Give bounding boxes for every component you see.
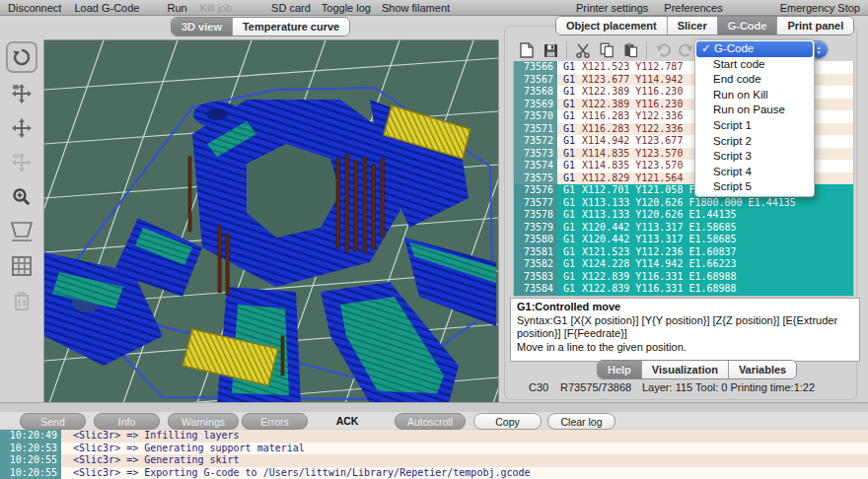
new-file-icon[interactable] — [515, 40, 539, 60]
move-viewpoint-icon[interactable] — [8, 80, 36, 107]
gcode-line-number: 73576 — [514, 184, 557, 197]
help-tabs: HelpVisualizationVariables — [597, 360, 797, 379]
menu-option-run-on-kill[interactable]: Run on Kill — [695, 88, 814, 103]
menu-item-printer-settings[interactable]: Printer settings — [576, 2, 648, 14]
gcode-line[interactable]: 73583G1X122.839 Y116.331 E1.68988 — [514, 271, 853, 284]
gcode-command: G1 — [563, 110, 575, 121]
3d-scene — [44, 40, 498, 403]
gcode-line-text: G1X124.228 Y114.942 E1.66223 — [557, 258, 737, 271]
paste-icon[interactable] — [618, 40, 642, 60]
menu-option-g-code[interactable]: ✓G-Code — [696, 41, 813, 57]
info-button[interactable]: Info — [94, 413, 160, 430]
help-title: G1:Controlled move — [517, 301, 853, 314]
gcode-line-number: 73567 — [514, 74, 557, 87]
gcode-line[interactable]: 73584G1X122.839 Y116.331 E1.68988 — [514, 283, 853, 296]
gcode-command: G1 — [563, 123, 575, 134]
tab-visualization[interactable]: Visualization — [642, 361, 729, 378]
gcode-line-number: 73577 — [514, 197, 557, 210]
cut-icon[interactable] — [571, 40, 595, 60]
gcode-line-number: 73580 — [514, 234, 557, 246]
tab-object-placement[interactable]: Object placement — [556, 17, 668, 34]
checkmark-icon: ✓ — [701, 41, 711, 57]
gcode-arguments: X113.133 Y120.626 E1.44135 — [582, 209, 737, 220]
clear-log-button[interactable]: Clear log — [547, 413, 615, 430]
menu-item-sd-card[interactable]: SD card — [271, 2, 311, 14]
gcode-line[interactable]: 73581G1X121.523 Y112.236 E1.60837 — [514, 246, 853, 259]
log-timestamp: 10:20:53 — [0, 443, 61, 455]
menu-item-kill-job[interactable]: Kill job — [200, 2, 232, 14]
gcode-line[interactable]: 73582G1X124.228 Y114.942 E1.66223 — [514, 258, 853, 271]
menu-option-end-code[interactable]: End code — [695, 72, 814, 88]
send-button[interactable]: Send — [20, 413, 86, 430]
menu-option-script-3[interactable]: Script 3 — [695, 149, 814, 165]
gcode-line-number: 73568 — [514, 86, 557, 99]
menubar-right: Printer settingsPreferencesEmergency Sto… — [576, 2, 868, 14]
copy-icon[interactable] — [595, 40, 618, 60]
menu-item-disconnect[interactable]: Disconnect — [8, 2, 61, 14]
log-output[interactable]: 10:20:49<Slic3r> => Infilling layers10:2… — [0, 430, 868, 479]
menu-item-toggle-log[interactable]: Toggle log — [322, 2, 371, 14]
gcode-line[interactable]: 73577G1X113.133 Y120.626 F1800.000 E1.44… — [514, 197, 853, 210]
grid-icon[interactable] — [8, 252, 36, 280]
scale-object-icon[interactable] — [8, 149, 36, 176]
log-message: <Slic3r> => Generating skirt — [61, 454, 240, 467]
move-object-icon[interactable] — [8, 114, 36, 142]
gcode-arguments: X121.523 Y112.787 — [582, 61, 683, 72]
perspective-icon[interactable] — [8, 218, 36, 245]
menu-option-script-5[interactable]: Script 5 — [695, 179, 814, 195]
gcode-line[interactable]: 73580G1X120.442 Y113.317 E1.58685 — [514, 234, 853, 246]
menu-item-show-filament[interactable]: Show filament — [382, 2, 450, 14]
toolbar-separator — [566, 41, 567, 59]
gcode-command: G1 — [563, 271, 575, 282]
gcode-line[interactable]: 73578G1X113.133 Y120.626 E1.44135 — [514, 209, 853, 222]
tab-g-code[interactable]: G-Code — [718, 17, 778, 34]
menu-item-emergency-stop[interactable]: Emergency Stop — [780, 2, 860, 14]
gcode-arguments: X122.389 Y116.230 — [582, 99, 683, 109]
3d-viewport[interactable] — [43, 39, 499, 404]
right-panel-tabs: Object placementSlicerG-CodePrint panel — [555, 16, 854, 35]
undo-icon[interactable] — [651, 40, 675, 60]
gcode-line[interactable]: 73579G1X120.442 Y113.317 E1.58685 — [514, 222, 853, 235]
gcode-arguments: X112.829 Y121.564 — [582, 172, 683, 183]
autoscroll-button[interactable]: Autoscroll — [395, 413, 466, 430]
print-progress: R73575/73868 — [560, 381, 631, 393]
menu-option-start-code[interactable]: Start code — [695, 57, 814, 73]
menu-item-preferences[interactable]: Preferences — [664, 2, 722, 14]
gcode-arguments: X114.835 Y123.570 — [582, 148, 683, 159]
menu-option-script-2[interactable]: Script 2 — [695, 134, 814, 150]
toggle-ack[interactable]: ACK — [330, 413, 364, 428]
gcode-line-text: G1X122.839 Y116.331 E1.68988 — [557, 283, 737, 296]
tab-variables[interactable]: Variables — [729, 361, 796, 378]
menu-item-run[interactable]: Run — [167, 2, 186, 14]
gcode-line-text: G1X114.835 Y123.570 — [557, 160, 683, 172]
copy-button[interactable]: Copy — [473, 413, 542, 430]
gcode-command: G1 — [563, 61, 575, 72]
tab-temperature-curve[interactable]: Temperature curve — [233, 18, 349, 35]
toolbar-separator — [646, 41, 647, 59]
menu-option-script-1[interactable]: Script 1 — [695, 118, 814, 134]
gcode-arguments: X122.389 Y116.230 — [582, 86, 683, 97]
warnings-button[interactable]: Warnings — [168, 413, 239, 430]
gcode-command: G1 — [563, 246, 575, 257]
menu-option-run-on-pause[interactable]: Run on Pause — [695, 103, 814, 118]
rotate-view-icon[interactable] — [6, 41, 37, 73]
save-icon[interactable] — [539, 40, 562, 60]
tab-slicer[interactable]: Slicer — [668, 17, 718, 34]
menubar-left: DisconnectLoad G-CodeRunKill jobSD cardT… — [0, 2, 450, 14]
errors-button[interactable]: Errors — [242, 413, 308, 430]
gcode-arguments: X116.283 Y122.336 — [582, 123, 683, 134]
gcode-command: G1 — [563, 184, 575, 195]
gcode-command: G1 — [563, 172, 575, 183]
tab-help[interactable]: Help — [598, 361, 642, 378]
repetier-host-window: DisconnectLoad G-CodeRunKill jobSD cardT… — [0, 0, 868, 479]
menu-option-script-4[interactable]: Script 4 — [695, 165, 814, 180]
log-timestamp: 10:20:49 — [0, 430, 61, 443]
tab-print-panel[interactable]: Print panel — [777, 17, 853, 34]
gcode-command: G1 — [563, 86, 575, 97]
zoom-icon[interactable] — [8, 183, 36, 211]
tab-3d-view[interactable]: 3D view — [172, 18, 233, 35]
gcode-line-number: 73583 — [514, 271, 557, 284]
menu-item-load-g-code[interactable]: Load G-Code — [74, 2, 139, 14]
gcode-line-number: 73571 — [514, 123, 557, 136]
trash-icon[interactable] — [8, 287, 36, 314]
